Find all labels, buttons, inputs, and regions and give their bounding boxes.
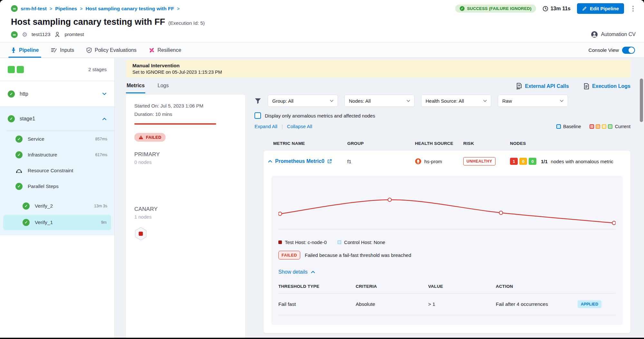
stage-name: stage1 (20, 116, 35, 122)
title-row: Host sampling canary testing with FF (Ex… (11, 17, 636, 27)
current-yellow-swatch (602, 124, 606, 129)
stage-square-icon (17, 66, 24, 73)
metric-chart-svg (278, 185, 616, 233)
test-host-legend: Test Host: c-node-0 (278, 240, 327, 245)
warning-triangle-icon (139, 135, 143, 139)
header-actions: ✓ SUCCESS (FAILURE IGNORED) 13m 11s Edit… (455, 3, 636, 14)
subtab-metrics[interactable]: Metrics (126, 83, 145, 93)
stage-name: http (20, 91, 28, 97)
clock-icon (543, 6, 548, 12)
harness-logo-icon: ∞ (11, 5, 18, 12)
show-details-label: Show details (278, 269, 308, 275)
page-title: Host sampling canary testing with FF (11, 17, 165, 27)
filter-funnel-icon[interactable] (255, 98, 261, 104)
success-check-icon: ✓ (8, 90, 15, 98)
breadcrumb-separator: > (177, 6, 179, 11)
chevron-up-icon[interactable] (102, 118, 107, 120)
anomalous-checkbox-label: Display only anomalous metrics and affec… (265, 113, 375, 118)
col-nodes: NODES (510, 141, 630, 146)
chevron-down-icon[interactable] (102, 92, 107, 95)
step-row-service[interactable]: ✓ Service 857ms (0, 131, 114, 147)
threshold-type-cell: Fail fast (278, 301, 356, 307)
control-host-swatch (338, 240, 341, 244)
show-details-toggle[interactable]: Show details (278, 269, 315, 275)
api-calls-icon: API (516, 83, 522, 89)
col-action: ACTION (496, 284, 616, 289)
breadcrumb-pipelines[interactable]: Pipelines (55, 6, 77, 12)
tab-resilience[interactable]: Resilience (149, 42, 181, 58)
nodes-filter-dropdown[interactable]: Nodes: All (344, 95, 415, 107)
step-row-resource-constraint[interactable]: Resource Constraint (0, 163, 114, 178)
nodes-summary-text: nodes with anomalous metric (551, 159, 613, 164)
service-logo-icon: ∞ (11, 31, 18, 38)
tab-inputs[interactable]: Inputs (51, 42, 74, 58)
subtab-logs[interactable]: Logs (157, 83, 169, 93)
action-cell: Fail after 4 occurrences APPLIED (496, 300, 616, 308)
group-filter-dropdown[interactable]: Group: All (268, 95, 338, 107)
step-row-verify-2[interactable]: ✓ Verify_2 13m 3s (0, 198, 114, 214)
metrics-column: Group: All Nodes: All Health Source: All (255, 95, 630, 338)
collapse-all-link[interactable]: Collapse All (287, 124, 312, 129)
breadcrumb-separator: > (80, 6, 82, 11)
tab-policy-evaluations[interactable]: Policy Evaluations (86, 42, 137, 58)
prometheus-icon (415, 158, 421, 165)
anomalous-checkbox[interactable] (255, 112, 261, 119)
view-mode-dropdown[interactable]: Raw (498, 95, 568, 107)
status-badge: ✓ SUCCESS (FAILURE IGNORED) (455, 5, 536, 13)
pencil-icon (582, 6, 587, 11)
breadcrumb-pipeline-name[interactable]: Host sampling canary testing with FF (85, 6, 174, 12)
console-view-control: Console View (589, 42, 635, 58)
tab-pipeline[interactable]: Pipeline (11, 42, 39, 58)
breadcrumb-project[interactable]: srm-hf-test (21, 6, 47, 12)
more-options-menu-icon[interactable] (630, 5, 636, 13)
tab-resilience-label: Resilience (158, 47, 181, 53)
scrollbar-thumb[interactable] (640, 79, 643, 122)
service-name: test1123 (32, 32, 50, 37)
canary-node-hexagon[interactable] (134, 227, 237, 241)
svg-text:API: API (516, 88, 520, 90)
breadcrumb-separator: > (50, 6, 52, 11)
stage-row-http[interactable]: ✓ http (0, 81, 114, 107)
execution-sidebar: 2 stages ✓ http ✓ stage1 ✓ Service 857ms (0, 58, 115, 338)
risk-badge: UNHEALTHY (463, 157, 495, 165)
metric-name-link[interactable]: Prometheus Metric0 (275, 158, 324, 164)
console-view-toggle[interactable] (622, 47, 635, 54)
tab-pipeline-label: Pipeline (19, 47, 39, 53)
current-green-swatch (608, 124, 612, 129)
step-label: Service (28, 136, 44, 142)
step-row-parallel-steps[interactable]: ✓ Parallel Steps (0, 178, 114, 194)
host-legend: Test Host: c-node-0 Control Host: None (278, 240, 616, 245)
vertical-scrollbar (639, 58, 643, 338)
duration: Duration: 10 mins (134, 111, 237, 117)
execution-logs-label: Execution Logs (592, 83, 630, 89)
current-red-swatch (590, 124, 594, 129)
metric-group-cell: f1 (347, 159, 415, 164)
external-link-icon[interactable] (327, 159, 332, 164)
verification-panels: Started On: Jul 5, 2023 1:06 PM Duration… (126, 95, 630, 338)
step-duration: 13m 3s (94, 204, 107, 208)
gear-icon: ⚙ (22, 32, 27, 38)
external-api-calls-link[interactable]: API External API Calls (516, 83, 569, 89)
failed-badge: FAILED (278, 251, 300, 259)
step-row-verify-1-selected[interactable]: ✓ Verify_1 9m (3, 215, 111, 230)
service-env-meta: ∞ ⚙ test1123 promtest (11, 31, 84, 38)
node-hexagon-icon (134, 227, 147, 241)
col-risk: RISK (463, 141, 510, 146)
health-source-filter-dropdown[interactable]: Health Source: All (421, 95, 491, 107)
execution-summary-card: Started On: Jul 5, 2023 1:06 PM Duration… (126, 95, 245, 338)
collapse-chevron-up-icon[interactable] (268, 160, 272, 163)
tab-inputs-label: Inputs (60, 47, 74, 53)
expand-all-link[interactable]: Expand All (255, 124, 277, 129)
nodes-cell: 1 0 0 1/1 nodes with anomalous metric (510, 158, 630, 165)
external-api-calls-label: External API Calls (525, 83, 569, 89)
stage-row-stage1[interactable]: ✓ stage1 (0, 107, 114, 131)
success-check-icon: ✓ (15, 151, 23, 158)
chevron-down-icon (407, 100, 410, 102)
status-badge-label: SUCCESS (FAILURE IGNORED) (467, 6, 532, 11)
execution-logs-link[interactable]: Execution Logs (584, 83, 630, 89)
banner-title: Manual Intervention (132, 63, 624, 69)
canary-label: CANARY (134, 206, 237, 212)
edit-pipeline-button[interactable]: Edit Pipeline (577, 3, 624, 14)
health-source-name: hs-prom (424, 159, 442, 164)
step-row-infrastructure[interactable]: ✓ Infrastructure 617ms (0, 147, 114, 163)
